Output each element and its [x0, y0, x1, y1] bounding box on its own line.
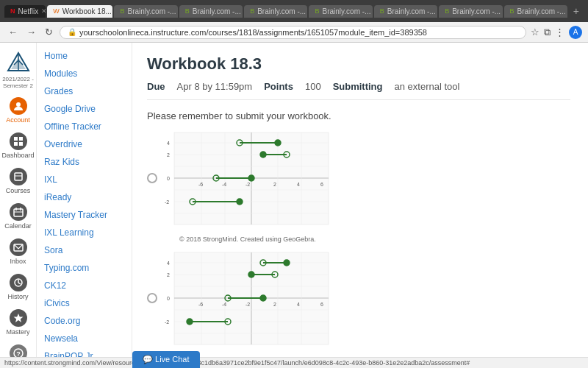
svg-text:0: 0 — [167, 176, 170, 181]
brainly6-favicon: B — [445, 7, 449, 15]
reminder-text: Please remember to submit your workbook. — [147, 110, 570, 121]
graph-section-2: 4 0 2 -2 -6 -4 -2 2 4 6 — [147, 249, 570, 354]
graph1-container: 4 0 2 -2 -6 -4 -2 2 4 6 — [163, 129, 332, 243]
nav-mastery-tracker[interactable]: Mastery Tracker — [37, 206, 132, 224]
sidebar-icon-account[interactable]: Account — [0, 93, 36, 128]
sidebar-icon-dashboard[interactable]: Dashboard — [0, 128, 36, 163]
tab-label-brainly3: Brainly.com -... — [257, 7, 306, 15]
svg-marker-16 — [13, 314, 23, 322]
new-tab-button[interactable]: + — [569, 4, 584, 18]
tab-label-brainly2: Brainly.com -... — [193, 7, 241, 15]
submitting-label: Submitting — [333, 81, 383, 92]
svg-point-79 — [284, 260, 290, 266]
nav-overdrive[interactable]: Overdrive — [37, 135, 132, 153]
nav-raz-kids[interactable]: Raz Kids — [37, 153, 132, 171]
svg-text:4: 4 — [167, 261, 170, 266]
tab-brainly2[interactable]: B Brainly.com -... ✕ — [179, 5, 243, 18]
address-bar-row: ← → ↻ 🔒 yourschoolonlineca.instructure.c… — [0, 22, 588, 43]
svg-rect-4 — [14, 137, 18, 141]
svg-rect-10 — [14, 209, 23, 216]
mastery-icon — [10, 309, 27, 327]
nav-grades[interactable]: Grades — [37, 82, 132, 100]
address-bar[interactable]: 🔒 yourschoolonlineca.instructure.com/cou… — [60, 26, 526, 39]
nav-modules[interactable]: Modules — [37, 65, 132, 82]
svg-rect-7 — [19, 142, 23, 146]
tab-close-netflix[interactable]: ✕ — [41, 7, 46, 15]
school-logo-area: 2021/2022 - Semester 2 — [0, 46, 36, 93]
inbox-label: Inbox — [10, 258, 26, 265]
due-date: Apr 8 by 11:59pm — [177, 81, 253, 92]
sidebar-icon-courses[interactable]: Courses — [0, 163, 36, 199]
nav-icivics[interactable]: iCivics — [37, 294, 132, 312]
tab-brainly5[interactable]: B Brainly.com -... ✕ — [374, 5, 437, 18]
svg-text:2: 2 — [273, 182, 276, 187]
netflix-favicon: N — [10, 7, 15, 15]
sidebar-icon-calendar[interactable]: Calendar — [0, 199, 36, 234]
brainly4-favicon: B — [315, 7, 319, 15]
sidebar-icon-inbox[interactable]: Inbox — [0, 234, 36, 269]
forward-button[interactable]: → — [24, 25, 38, 39]
svg-text:6: 6 — [320, 182, 323, 187]
toolbar-icons: ☆ ⧉ ⋮ A — [531, 26, 582, 39]
tab-label-netflix: Netflix — [18, 7, 39, 15]
bookmark-icon[interactable]: ☆ — [531, 26, 539, 38]
account-label: Account — [6, 116, 30, 124]
nav-typing-com[interactable]: Typing.com — [37, 259, 132, 277]
tab-brainly4[interactable]: B Brainly.com -... ✕ — [309, 5, 372, 18]
nav-sora[interactable]: Sora — [37, 241, 132, 259]
back-button[interactable]: ← — [6, 25, 20, 39]
svg-point-82 — [248, 272, 254, 277]
svg-text:2: 2 — [167, 152, 170, 158]
nav-ixl-learning[interactable]: IXL Learning — [37, 224, 132, 241]
nav-newsela[interactable]: Newsela — [37, 330, 132, 347]
profile-avatar[interactable]: A — [569, 26, 582, 39]
inbox-icon — [10, 238, 27, 256]
nav-code-org[interactable]: Code.org — [37, 312, 132, 330]
graph1-radio[interactable] — [147, 173, 157, 183]
nav-home[interactable]: Home — [37, 47, 132, 65]
reload-button[interactable]: ↻ — [43, 25, 55, 39]
brainly2-favicon: B — [185, 7, 190, 15]
graph2-radio[interactable] — [147, 293, 157, 303]
brainly7-favicon: B — [510, 7, 514, 15]
svg-text:2: 2 — [273, 302, 276, 307]
svg-text:4: 4 — [297, 302, 300, 307]
tab-brainly7[interactable]: B Brainly.com -... ✕ — [504, 5, 567, 18]
tab-brainly3[interactable]: B Brainly.com -... ✕ — [244, 5, 307, 18]
nav-offline-tracker[interactable]: Offline Tracker — [37, 118, 132, 135]
svg-point-88 — [187, 319, 193, 325]
nav-iready[interactable]: iReady — [37, 188, 132, 206]
sidebar-icon-help[interactable]: ? Help — [0, 340, 36, 357]
help-icon: ? — [10, 344, 27, 357]
sidebar-icon-history[interactable]: History — [0, 269, 36, 305]
calendar-label: Calendar — [4, 222, 32, 230]
browser-tabs: N Netflix ✕ W Workbook 18... ✕ B Brainly… — [0, 0, 588, 22]
extensions-icon[interactable]: ⧉ — [544, 26, 551, 38]
tab-brainly1[interactable]: B Brainly.com -... ✕ — [114, 5, 177, 18]
tab-label-workbook: Workbook 18... — [62, 7, 112, 15]
sidebar-icon-mastery[interactable]: Mastery — [0, 305, 36, 340]
page-title: Workbook 18.3 — [147, 54, 570, 74]
submitting-value: an external tool — [395, 81, 460, 92]
lock-icon: 🔒 — [68, 28, 76, 36]
tab-label-brainly5: Brainly.com -... — [387, 7, 436, 15]
nav-brainpop-jr[interactable]: BrainPOP Jr. — [37, 347, 132, 357]
tab-brainly6[interactable]: B Brainly.com -... ✕ — [439, 5, 502, 18]
nav-google-drive[interactable]: Google Drive — [37, 100, 132, 118]
live-chat-button[interactable]: 💬 Live Chat — [132, 351, 200, 368]
semester-label: 2021/2022 - Semester 2 — [0, 77, 36, 90]
tab-label-brainly4: Brainly.com -... — [323, 7, 371, 15]
tab-netflix[interactable]: N Netflix ✕ — [4, 5, 46, 18]
svg-text:2: 2 — [167, 272, 170, 277]
svg-point-51 — [248, 175, 254, 181]
nav-ck12[interactable]: CK12 — [37, 277, 132, 294]
graph1-caption: © 2018 StrongMind. Created using GeoGebr… — [179, 236, 332, 243]
dashboard-label: Dashboard — [1, 152, 34, 159]
svg-text:-2: -2 — [245, 302, 250, 307]
tab-workbook[interactable]: W Workbook 18... ✕ — [47, 5, 112, 18]
svg-text:4: 4 — [167, 141, 170, 146]
menu-icon[interactable]: ⋮ — [555, 26, 564, 38]
history-label: History — [7, 293, 28, 300]
nav-ixl[interactable]: IXL — [37, 171, 132, 188]
history-icon — [10, 274, 27, 291]
